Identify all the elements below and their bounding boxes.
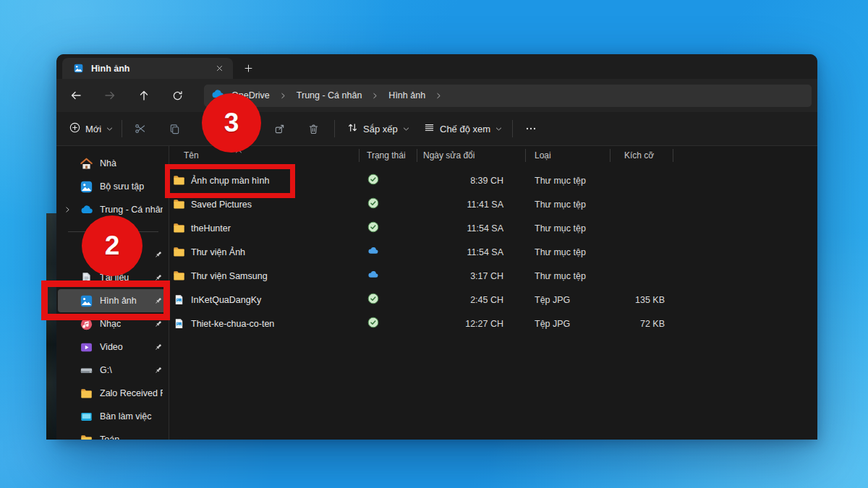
type-cell: Thư mục tệp bbox=[526, 271, 610, 281]
file-name-label: Saved Pictures bbox=[191, 200, 252, 210]
file-row-thiet-ke-chua-co-ten[interactable]: Thiet-ke-chua-co-ten12:27 CHTệp JPG72 KB bbox=[169, 312, 817, 335]
toolbar-separator bbox=[334, 120, 335, 137]
chevron-down-icon bbox=[495, 124, 502, 134]
sidebar-item-g-[interactable]: G:\ bbox=[58, 359, 167, 382]
type-cell: Tệp JPG bbox=[526, 319, 610, 329]
desktop-icon bbox=[80, 411, 93, 423]
pin-icon bbox=[154, 366, 163, 374]
column-header-label: Ngày sửa đổi bbox=[423, 150, 475, 160]
date-modified-cell: 12:27 CH bbox=[417, 319, 526, 329]
date-modified-cell: 11:54 SA bbox=[417, 223, 526, 234]
column-header-0[interactable]: Tên bbox=[169, 146, 359, 165]
status-cloud-icon bbox=[367, 245, 379, 259]
view-mode-button[interactable]: Chế độ xem bbox=[418, 117, 508, 140]
date-modified-cell: 2:45 CH bbox=[417, 295, 526, 305]
type-cell: Thư mục tệp bbox=[526, 176, 610, 186]
annotation-rect-file-row bbox=[165, 164, 295, 198]
tab-hinh-anh[interactable]: Hình ảnh bbox=[62, 58, 233, 79]
status-synced-icon bbox=[367, 221, 379, 235]
home-icon bbox=[80, 158, 93, 170]
back-button[interactable] bbox=[59, 83, 93, 108]
date-modified-cell: 11:41 SA bbox=[417, 200, 526, 210]
pictures-icon bbox=[72, 64, 85, 73]
sidebar-item-label: Video bbox=[100, 342, 123, 352]
sidebar-item-nh-[interactable]: Nhà bbox=[58, 152, 167, 175]
breadcrumb-item-1[interactable]: Trung - Cá nhân bbox=[294, 89, 365, 102]
new-button[interactable]: Mới bbox=[64, 117, 119, 140]
size-cell: 72 KB bbox=[610, 319, 673, 329]
column-header-label: Tên bbox=[184, 150, 199, 160]
type-cell: Tệp JPG bbox=[526, 295, 610, 305]
file-row-th-vi-n-nh[interactable]: Thư viện Ảnh11:54 SAThư mục tệp bbox=[169, 240, 817, 264]
tab-bar: Hình ảnh bbox=[56, 54, 817, 79]
file-name-cell: InKetQuaDangKy bbox=[169, 294, 359, 305]
status-cell bbox=[359, 269, 417, 283]
file-name-cell: Saved Pictures bbox=[169, 198, 359, 210]
cut-button[interactable] bbox=[129, 117, 152, 140]
file-row-th-vi-n-samsung[interactable]: Thư viện Samsung3:17 CHThư mục tệp bbox=[169, 264, 817, 288]
view-button-label: Chế độ xem bbox=[440, 124, 490, 134]
video-icon bbox=[80, 341, 93, 354]
status-cell bbox=[359, 174, 417, 187]
sidebar-item-to-n[interactable]: Toán bbox=[58, 428, 167, 440]
tab-title: Hình ảnh bbox=[91, 64, 205, 74]
date-modified-cell: 8:39 CH bbox=[417, 176, 526, 186]
address-bar[interactable]: OneDriveTrung - Cá nhânHình ảnh bbox=[204, 85, 812, 107]
sidebar-item-b-n-l-m-vi-c[interactable]: Bàn làm việc bbox=[58, 405, 167, 428]
folder-icon bbox=[172, 270, 185, 282]
file-row-thehunter[interactable]: theHunter11:54 SAThư mục tệp bbox=[169, 216, 817, 240]
sort-button[interactable]: Sắp xếp bbox=[341, 117, 415, 140]
folder-icon bbox=[172, 222, 185, 234]
sidebar-item-label: Nhạc bbox=[100, 319, 121, 329]
type-cell: Thư mục tệp bbox=[526, 223, 610, 234]
status-cell bbox=[359, 221, 417, 235]
sidebar-item-label: Bộ sưu tập bbox=[100, 181, 144, 192]
status-synced-icon bbox=[367, 317, 379, 330]
chevron-right-icon[interactable] bbox=[64, 207, 71, 213]
chevron-down-icon bbox=[106, 124, 113, 134]
status-cloud-icon bbox=[367, 269, 379, 283]
column-divider[interactable] bbox=[673, 149, 673, 162]
file-row-inketquadangky[interactable]: InKetQuaDangKy2:45 CHTệp JPG135 KB bbox=[169, 288, 817, 312]
column-header-2[interactable]: Ngày sửa đổi bbox=[417, 146, 526, 165]
column-header-1[interactable]: Trạng thái bbox=[359, 146, 417, 165]
folder-icon bbox=[172, 198, 185, 210]
new-button-label: Mới bbox=[85, 124, 101, 134]
chevron-right-icon bbox=[433, 93, 444, 99]
annotation-rect-sidebar-item bbox=[41, 281, 170, 320]
column-header-4[interactable]: Kích cỡ bbox=[610, 146, 673, 165]
file-name-cell: theHunter bbox=[169, 222, 359, 234]
sidebar-item-b-s-u-t-p[interactable]: Bộ sưu tập bbox=[58, 175, 167, 198]
tab-close-icon[interactable] bbox=[211, 61, 227, 77]
delete-button[interactable] bbox=[302, 117, 325, 140]
type-cell: Thư mục tệp bbox=[526, 200, 610, 210]
forward-button[interactable] bbox=[93, 83, 127, 108]
date-modified-cell: 11:54 SA bbox=[417, 247, 526, 257]
onedrive-icon bbox=[80, 204, 93, 216]
copy-button[interactable] bbox=[163, 117, 186, 140]
column-header-label: Loại bbox=[535, 150, 551, 160]
file-name-label: Thư viện Ảnh bbox=[191, 247, 245, 257]
pin-icon bbox=[154, 250, 163, 259]
more-options-button[interactable] bbox=[519, 117, 542, 140]
pin-icon bbox=[154, 320, 163, 328]
size-cell: 135 KB bbox=[610, 295, 673, 305]
refresh-button[interactable] bbox=[161, 83, 195, 108]
date-modified-cell: 3:17 CH bbox=[417, 271, 526, 281]
annotation-step-3-badge: 3 bbox=[202, 93, 261, 153]
file-name-cell: Thư viện Ảnh bbox=[169, 246, 359, 258]
sidebar-item-label: Bàn làm việc bbox=[100, 411, 152, 421]
type-cell: Thư mục tệp bbox=[526, 247, 610, 257]
up-button[interactable] bbox=[127, 83, 161, 108]
chevron-right-icon bbox=[278, 93, 289, 99]
breadcrumb-item-2[interactable]: Hình ảnh bbox=[386, 89, 428, 102]
sidebar-item-zalo-received-files[interactable]: Zalo Received Files bbox=[58, 382, 167, 405]
column-header-3[interactable]: Loại bbox=[526, 146, 610, 165]
new-tab-button[interactable] bbox=[240, 60, 256, 76]
share-button[interactable] bbox=[268, 117, 291, 140]
sidebar-item-video[interactable]: Video bbox=[58, 335, 167, 359]
sidebar-item-label: Trung - Cá nhân bbox=[100, 205, 163, 215]
file-name-label: InKetQuaDangKy bbox=[191, 295, 261, 305]
folder-icon bbox=[172, 246, 185, 258]
toolbar-separator bbox=[512, 120, 513, 137]
